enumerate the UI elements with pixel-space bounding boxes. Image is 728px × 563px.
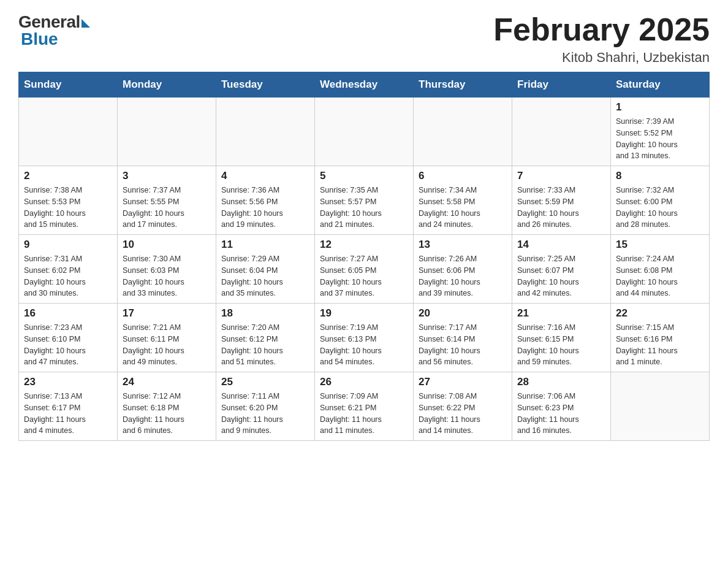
day-number: 19 xyxy=(320,307,408,320)
day-info: Sunrise: 7:26 AM Sunset: 6:06 PM Dayligh… xyxy=(419,253,507,299)
day-cell: 7Sunrise: 7:33 AM Sunset: 5:59 PM Daylig… xyxy=(512,166,611,235)
day-number: 7 xyxy=(517,170,605,182)
day-cell xyxy=(19,98,118,166)
day-cell xyxy=(512,98,611,166)
day-number: 6 xyxy=(419,170,507,182)
day-info: Sunrise: 7:25 AM Sunset: 6:07 PM Dayligh… xyxy=(517,253,605,299)
day-cell: 3Sunrise: 7:37 AM Sunset: 5:55 PM Daylig… xyxy=(118,166,216,235)
day-info: Sunrise: 7:11 AM Sunset: 6:20 PM Dayligh… xyxy=(221,391,309,437)
day-number: 17 xyxy=(123,307,211,320)
day-number: 25 xyxy=(221,376,309,388)
logo-triangle-icon xyxy=(82,19,90,28)
day-number: 13 xyxy=(419,239,507,251)
day-cell: 16Sunrise: 7:23 AM Sunset: 6:10 PM Dayli… xyxy=(19,304,118,372)
day-number: 8 xyxy=(616,170,704,182)
day-cell: 1Sunrise: 7:39 AM Sunset: 5:52 PM Daylig… xyxy=(611,98,710,166)
day-info: Sunrise: 7:13 AM Sunset: 6:17 PM Dayligh… xyxy=(24,391,112,437)
day-number: 16 xyxy=(24,307,112,320)
day-cell: 6Sunrise: 7:34 AM Sunset: 5:58 PM Daylig… xyxy=(414,166,512,235)
week-row-4: 16Sunrise: 7:23 AM Sunset: 6:10 PM Dayli… xyxy=(19,304,710,372)
week-row-2: 2Sunrise: 7:38 AM Sunset: 5:53 PM Daylig… xyxy=(19,166,710,235)
day-number: 26 xyxy=(320,376,408,388)
day-number: 10 xyxy=(123,239,211,251)
day-cell: 10Sunrise: 7:30 AM Sunset: 6:03 PM Dayli… xyxy=(118,235,216,304)
day-info: Sunrise: 7:08 AM Sunset: 6:22 PM Dayligh… xyxy=(419,391,507,437)
day-number: 14 xyxy=(517,239,605,251)
day-number: 18 xyxy=(221,307,309,320)
header-thursday: Thursday xyxy=(414,72,512,98)
day-info: Sunrise: 7:27 AM Sunset: 6:05 PM Dayligh… xyxy=(320,253,408,299)
day-cell xyxy=(611,372,710,441)
day-cell xyxy=(315,98,414,166)
day-info: Sunrise: 7:33 AM Sunset: 5:59 PM Dayligh… xyxy=(517,185,605,231)
day-number: 3 xyxy=(123,170,211,182)
day-info: Sunrise: 7:21 AM Sunset: 6:11 PM Dayligh… xyxy=(123,322,211,368)
day-cell: 25Sunrise: 7:11 AM Sunset: 6:20 PM Dayli… xyxy=(216,372,315,441)
header-sunday: Sunday xyxy=(19,72,118,98)
day-info: Sunrise: 7:23 AM Sunset: 6:10 PM Dayligh… xyxy=(24,322,112,368)
day-cell: 20Sunrise: 7:17 AM Sunset: 6:14 PM Dayli… xyxy=(414,304,512,372)
weekday-header-row: Sunday Monday Tuesday Wednesday Thursday… xyxy=(19,72,710,98)
day-cell: 24Sunrise: 7:12 AM Sunset: 6:18 PM Dayli… xyxy=(118,372,216,441)
day-cell: 11Sunrise: 7:29 AM Sunset: 6:04 PM Dayli… xyxy=(216,235,315,304)
day-info: Sunrise: 7:15 AM Sunset: 6:16 PM Dayligh… xyxy=(616,322,704,368)
logo-blue-text: Blue xyxy=(21,29,58,49)
day-cell: 5Sunrise: 7:35 AM Sunset: 5:57 PM Daylig… xyxy=(315,166,414,235)
day-cell xyxy=(118,98,216,166)
day-cell: 4Sunrise: 7:36 AM Sunset: 5:56 PM Daylig… xyxy=(216,166,315,235)
day-info: Sunrise: 7:12 AM Sunset: 6:18 PM Dayligh… xyxy=(123,391,211,437)
day-number: 27 xyxy=(419,376,507,388)
day-cell: 23Sunrise: 7:13 AM Sunset: 6:17 PM Dayli… xyxy=(19,372,118,441)
day-cell: 17Sunrise: 7:21 AM Sunset: 6:11 PM Dayli… xyxy=(118,304,216,372)
day-info: Sunrise: 7:37 AM Sunset: 5:55 PM Dayligh… xyxy=(123,185,211,231)
day-number: 1 xyxy=(616,101,704,113)
day-cell: 15Sunrise: 7:24 AM Sunset: 6:08 PM Dayli… xyxy=(611,235,710,304)
calendar-table: Sunday Monday Tuesday Wednesday Thursday… xyxy=(18,72,710,441)
day-cell: 22Sunrise: 7:15 AM Sunset: 6:16 PM Dayli… xyxy=(611,304,710,372)
day-cell: 26Sunrise: 7:09 AM Sunset: 6:21 PM Dayli… xyxy=(315,372,414,441)
day-info: Sunrise: 7:31 AM Sunset: 6:02 PM Dayligh… xyxy=(24,253,112,299)
day-number: 9 xyxy=(24,239,112,251)
day-number: 4 xyxy=(221,170,309,182)
day-cell: 14Sunrise: 7:25 AM Sunset: 6:07 PM Dayli… xyxy=(512,235,611,304)
week-row-1: 1Sunrise: 7:39 AM Sunset: 5:52 PM Daylig… xyxy=(19,98,710,166)
title-block: February 2025 Kitob Shahri, Uzbekistan xyxy=(493,12,710,66)
day-cell: 2Sunrise: 7:38 AM Sunset: 5:53 PM Daylig… xyxy=(19,166,118,235)
day-number: 24 xyxy=(123,376,211,388)
day-info: Sunrise: 7:36 AM Sunset: 5:56 PM Dayligh… xyxy=(221,185,309,231)
header-tuesday: Tuesday xyxy=(216,72,315,98)
day-number: 15 xyxy=(616,239,704,251)
day-info: Sunrise: 7:19 AM Sunset: 6:13 PM Dayligh… xyxy=(320,322,408,368)
day-info: Sunrise: 7:17 AM Sunset: 6:14 PM Dayligh… xyxy=(419,322,507,368)
week-row-5: 23Sunrise: 7:13 AM Sunset: 6:17 PM Dayli… xyxy=(19,372,710,441)
day-number: 23 xyxy=(24,376,112,388)
day-number: 21 xyxy=(517,307,605,320)
header-wednesday: Wednesday xyxy=(315,72,414,98)
day-number: 20 xyxy=(419,307,507,320)
day-cell: 12Sunrise: 7:27 AM Sunset: 6:05 PM Dayli… xyxy=(315,235,414,304)
calendar-location: Kitob Shahri, Uzbekistan xyxy=(493,50,710,66)
day-info: Sunrise: 7:06 AM Sunset: 6:23 PM Dayligh… xyxy=(517,391,605,437)
day-info: Sunrise: 7:20 AM Sunset: 6:12 PM Dayligh… xyxy=(221,322,309,368)
day-info: Sunrise: 7:16 AM Sunset: 6:15 PM Dayligh… xyxy=(517,322,605,368)
page-header: General Blue February 2025 Kitob Shahri,… xyxy=(18,12,710,66)
day-info: Sunrise: 7:30 AM Sunset: 6:03 PM Dayligh… xyxy=(123,253,211,299)
day-info: Sunrise: 7:29 AM Sunset: 6:04 PM Dayligh… xyxy=(221,253,309,299)
day-number: 11 xyxy=(221,239,309,251)
day-info: Sunrise: 7:38 AM Sunset: 5:53 PM Dayligh… xyxy=(24,185,112,231)
day-cell xyxy=(414,98,512,166)
day-cell: 18Sunrise: 7:20 AM Sunset: 6:12 PM Dayli… xyxy=(216,304,315,372)
day-number: 22 xyxy=(616,307,704,320)
header-friday: Friday xyxy=(512,72,611,98)
day-number: 2 xyxy=(24,170,112,182)
day-info: Sunrise: 7:24 AM Sunset: 6:08 PM Dayligh… xyxy=(616,253,704,299)
day-cell: 28Sunrise: 7:06 AM Sunset: 6:23 PM Dayli… xyxy=(512,372,611,441)
week-row-3: 9Sunrise: 7:31 AM Sunset: 6:02 PM Daylig… xyxy=(19,235,710,304)
day-info: Sunrise: 7:34 AM Sunset: 5:58 PM Dayligh… xyxy=(419,185,507,231)
day-cell: 19Sunrise: 7:19 AM Sunset: 6:13 PM Dayli… xyxy=(315,304,414,372)
day-cell: 13Sunrise: 7:26 AM Sunset: 6:06 PM Dayli… xyxy=(414,235,512,304)
day-number: 12 xyxy=(320,239,408,251)
day-number: 28 xyxy=(517,376,605,388)
calendar-title: February 2025 xyxy=(493,12,710,47)
logo: General Blue xyxy=(18,12,90,49)
